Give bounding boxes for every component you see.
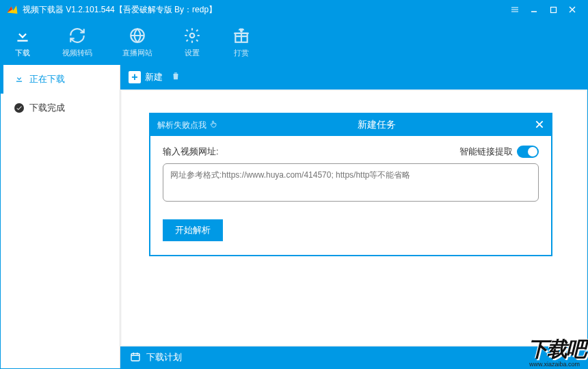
- content-area: 解析失败点我 新建任务 输入视频网址: 智能链接提取: [122, 91, 586, 345]
- sidebar-completed-label: 下载完成: [29, 102, 65, 114]
- footer-bar[interactable]: 下载计划: [120, 346, 587, 368]
- url-label: 输入视频网址:: [163, 146, 219, 158]
- app-title: 视频下载器 V1.2.101.544【吾爱破解专版 By：redp】: [23, 4, 217, 16]
- modal-header: 解析失败点我 新建任务: [150, 114, 551, 136]
- url-input[interactable]: [163, 163, 539, 202]
- pointer-icon: [209, 120, 219, 131]
- app-logo-icon: [6, 3, 18, 16]
- smart-extract-toggle[interactable]: [517, 146, 539, 158]
- svg-rect-4: [131, 353, 139, 361]
- globe-icon: [128, 26, 147, 45]
- plus-icon: +: [129, 71, 141, 83]
- download-icon: [13, 26, 32, 45]
- smart-extract-label: 智能链接提取: [459, 146, 513, 158]
- svg-rect-0: [550, 7, 556, 12]
- toolbar-transcode[interactable]: 视频转码: [57, 23, 98, 61]
- main-toolbar: 下载 视频转码 直播网站 设置 打赏: [1, 18, 587, 65]
- parse-fail-hint[interactable]: 解析失败点我: [157, 120, 219, 131]
- svg-point-2: [190, 33, 195, 38]
- refresh-icon: [68, 26, 87, 45]
- toolbar-livesite[interactable]: 直播网站: [117, 23, 158, 61]
- parse-button[interactable]: 开始解析: [163, 219, 223, 241]
- trash-icon[interactable]: [171, 71, 181, 83]
- toolbar-download-label: 下载: [15, 48, 30, 58]
- modal-close-icon[interactable]: [535, 120, 544, 131]
- toolbar-settings-label: 设置: [185, 48, 200, 58]
- gear-icon: [183, 26, 202, 45]
- footer-schedule-label: 下载计划: [146, 351, 182, 364]
- modal-title: 新建任务: [219, 119, 535, 131]
- minimize-icon[interactable]: [524, 1, 544, 18]
- new-task-modal: 解析失败点我 新建任务 输入视频网址: 智能链接提取: [149, 113, 552, 256]
- toolbar-donate[interactable]: 打赏: [226, 23, 256, 61]
- maximize-icon[interactable]: [544, 1, 563, 18]
- toolbar-download[interactable]: 下载: [8, 23, 38, 61]
- titlebar: 视频下载器 V1.2.101.544【吾爱破解专版 By：redp】: [1, 1, 587, 18]
- toolbar-donate-label: 打赏: [234, 48, 249, 58]
- sidebar: 正在下载 下载完成: [1, 65, 120, 368]
- content-toolbar: + 新建: [120, 65, 587, 90]
- close-icon[interactable]: [563, 1, 582, 18]
- toolbar-livesite-label: 直播网站: [122, 48, 152, 58]
- gift-icon: [232, 26, 251, 45]
- toolbar-settings[interactable]: 设置: [177, 23, 207, 61]
- toolbar-transcode-label: 视频转码: [62, 48, 92, 58]
- menu-icon[interactable]: [505, 1, 524, 18]
- sidebar-item-downloading[interactable]: 正在下载: [1, 65, 120, 94]
- check-circle-icon: [14, 103, 24, 113]
- new-task-label: 新建: [145, 71, 163, 83]
- sidebar-downloading-label: 正在下载: [29, 73, 65, 85]
- downloading-icon: [14, 74, 24, 85]
- calendar-icon: [130, 351, 141, 364]
- modal-body: 输入视频网址: 智能链接提取 开始解析: [150, 136, 551, 255]
- new-task-button[interactable]: + 新建: [129, 71, 163, 83]
- sidebar-item-completed[interactable]: 下载完成: [1, 94, 120, 122]
